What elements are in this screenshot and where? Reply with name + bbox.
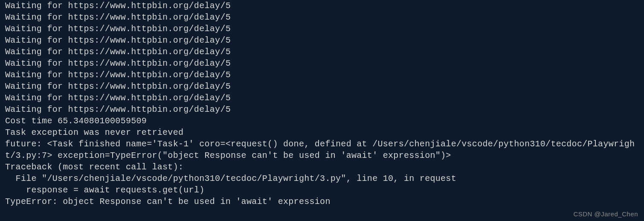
- terminal-line: Waiting for https://www.httpbin.org/dela…: [5, 58, 639, 69]
- terminal-line: Waiting for https://www.httpbin.org/dela…: [5, 0, 639, 12]
- terminal-future-info: future: <Task finished name='Task-1' cor…: [5, 138, 639, 161]
- terminal-traceback-header: Traceback (most recent call last):: [5, 161, 639, 173]
- terminal-traceback-code: response = await requests.get(url): [5, 184, 639, 196]
- terminal-traceback-file: File "/Users/chenjiale/vscode/python310/…: [5, 173, 639, 184]
- terminal-error: TypeError: object Response can't be used…: [5, 196, 639, 207]
- terminal-line: Waiting for https://www.httpbin.org/dela…: [5, 12, 639, 23]
- terminal-cost-time: Cost time 65.34080100059509: [5, 115, 639, 127]
- terminal-line: Waiting for https://www.httpbin.org/dela…: [5, 35, 639, 46]
- terminal-line: Waiting for https://www.httpbin.org/dela…: [5, 69, 639, 81]
- terminal-line: Waiting for https://www.httpbin.org/dela…: [5, 23, 639, 35]
- terminal-exception-header: Task exception was never retrieved: [5, 127, 639, 138]
- terminal-line: Waiting for https://www.httpbin.org/dela…: [5, 81, 639, 92]
- terminal-line: Waiting for https://www.httpbin.org/dela…: [5, 46, 639, 58]
- terminal-output: Waiting for https://www.httpbin.org/dela…: [5, 0, 639, 207]
- watermark: CSDN @Jared_Chen: [573, 210, 638, 218]
- terminal-line: Waiting for https://www.httpbin.org/dela…: [5, 92, 639, 104]
- terminal-line: Waiting for https://www.httpbin.org/dela…: [5, 104, 639, 115]
